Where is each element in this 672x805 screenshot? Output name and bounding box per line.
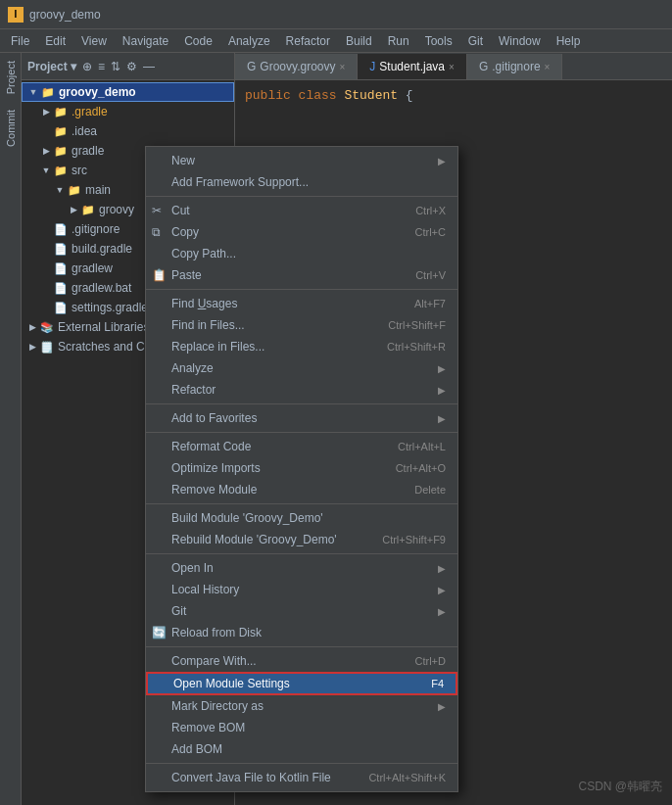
ctx-arrow-new: ▶ — [438, 156, 446, 166]
ctx-label-rebuild-module: Rebuild Module 'Groovy_Demo' — [171, 533, 362, 546]
reload-icon: 🔄 — [152, 626, 167, 639]
ctx-item-open-module-settings[interactable]: Open Module Settings F4 — [146, 672, 457, 695]
folder-icon-gradle: 📁 — [53, 105, 69, 118]
file-icon-gitignore: 📄 — [53, 222, 69, 236]
ctx-item-find-in-files[interactable]: Find in Files... Ctrl+Shift+F — [146, 314, 457, 336]
ctx-item-rebuild-module[interactable]: Rebuild Module 'Groovy_Demo' Ctrl+Shift+… — [146, 529, 457, 550]
panel-icon-list[interactable]: ≡ — [98, 60, 105, 73]
ctx-arrow-git: ▶ — [438, 606, 446, 617]
ctx-item-convert-java[interactable]: Convert Java File to Kotlin File Ctrl+Al… — [146, 767, 457, 788]
tree-arrow-groovy: ▶ — [67, 203, 80, 216]
ctx-arrow-mark-directory: ▶ — [438, 701, 446, 712]
tab-icon-gitignore: G — [479, 60, 488, 73]
ctx-label-mark-directory: Mark Directory as — [171, 699, 438, 713]
tree-label-ext-libs: External Libraries — [58, 320, 149, 334]
sidebar-label-project[interactable]: Project — [2, 53, 20, 102]
panel-icon-gear[interactable]: ⚙ — [126, 60, 137, 73]
ctx-item-add-favorites[interactable]: Add to Favorites ▶ — [146, 407, 457, 429]
menu-item-edit[interactable]: Edit — [38, 32, 72, 50]
ctx-shortcut-find-in-files: Ctrl+Shift+F — [388, 319, 446, 331]
ctx-item-remove-bom[interactable]: Remove BOM — [146, 717, 457, 738]
tree-arrow-build-gradle — [39, 242, 53, 256]
ctx-sep-5 — [146, 503, 457, 504]
menu-item-git[interactable]: Git — [461, 32, 490, 50]
ctx-item-copy-path[interactable]: Copy Path... — [146, 243, 457, 264]
app-icon: I — [8, 7, 24, 23]
menu-item-build[interactable]: Build — [339, 32, 379, 50]
tree-item-root[interactable]: ▼ 📁 groovy_demo — [22, 82, 234, 102]
menu-item-view[interactable]: View — [74, 32, 114, 50]
ctx-item-find-usages[interactable]: Find Usages Alt+F7 — [146, 293, 457, 314]
tree-arrow-main: ▼ — [53, 183, 67, 197]
panel-icon-add[interactable]: ⊕ — [82, 60, 92, 73]
ctx-shortcut-rebuild-module: Ctrl+Shift+F9 — [382, 534, 446, 545]
ctx-sep-3 — [146, 403, 457, 404]
editor-tabs: G Groovy.groovy × J Student.java × G .gi… — [235, 53, 672, 80]
ctx-item-refactor[interactable]: Refactor ▶ — [146, 379, 457, 401]
panel-header: Project ▾ ⊕ ≡ ⇅ ⚙ — — [22, 53, 234, 80]
window-title: groovy_demo — [29, 8, 101, 22]
ctx-label-cut: Cut — [171, 204, 396, 217]
tab-close-groovy[interactable]: × — [339, 62, 345, 72]
panel-icon-minus[interactable]: — — [143, 60, 155, 73]
ctx-label-refactor: Refactor — [171, 383, 438, 397]
ctx-item-build-module[interactable]: Build Module 'Groovy_Demo' — [146, 507, 457, 529]
ctx-item-mark-directory[interactable]: Mark Directory as ▶ — [146, 695, 457, 717]
menu-item-window[interactable]: Window — [492, 32, 548, 50]
ctx-item-cut[interactable]: ✂ Cut Ctrl+X — [146, 200, 457, 221]
menu-item-tools[interactable]: Tools — [418, 32, 459, 50]
tab-groovy[interactable]: G Groovy.groovy × — [235, 54, 358, 79]
ctx-item-compare-with[interactable]: Compare With... Ctrl+D — [146, 650, 457, 672]
ctx-sep-1 — [146, 196, 457, 197]
ctx-item-add-framework[interactable]: Add Framework Support... — [146, 171, 457, 193]
ctx-item-analyze[interactable]: Analyze ▶ — [146, 357, 457, 379]
menu-item-run[interactable]: Run — [381, 32, 416, 50]
ctx-item-paste[interactable]: 📋 Paste Ctrl+V — [146, 264, 457, 286]
ctx-item-optimize-imports[interactable]: Optimize Imports Ctrl+Alt+O — [146, 457, 457, 479]
ctx-item-new[interactable]: New ▶ — [146, 150, 457, 171]
tab-gitignore[interactable]: G .gitignore × — [467, 54, 563, 79]
tree-label-gradle: .gradle — [72, 105, 108, 118]
tab-close-student[interactable]: × — [449, 62, 455, 72]
tab-close-gitignore[interactable]: × — [545, 62, 551, 72]
menu-item-file[interactable]: File — [4, 32, 36, 50]
title-bar: I groovy_demo — [0, 0, 672, 29]
ctx-label-optimize-imports: Optimize Imports — [171, 461, 376, 475]
menu-item-analyze[interactable]: Analyze — [221, 32, 277, 50]
ctx-item-local-history[interactable]: Local History ▶ — [146, 579, 457, 600]
lib-icon-ext-libs: 📚 — [39, 320, 55, 334]
menu-item-refactor[interactable]: Refactor — [279, 32, 337, 50]
file-icon-build-gradle: 📄 — [53, 242, 69, 256]
ctx-shortcut-compare-with: Ctrl+D — [415, 655, 446, 667]
ctx-shortcut-convert-java: Ctrl+Alt+Shift+K — [368, 772, 446, 783]
ctx-item-reload-from-disk[interactable]: 🔄 Reload from Disk — [146, 622, 457, 643]
ctx-shortcut-replace-in-files: Ctrl+Shift+R — [387, 341, 446, 353]
ctx-item-add-bom[interactable]: Add BOM — [146, 738, 457, 760]
menu-item-code[interactable]: Code — [177, 32, 219, 50]
ctx-label-find-usages: Find Usages — [171, 297, 395, 310]
tree-label-idea: .idea — [72, 124, 97, 138]
ctx-sep-8 — [146, 763, 457, 764]
menu-item-navigate[interactable]: Navigate — [116, 32, 175, 50]
tab-student[interactable]: J Student.java × — [358, 54, 467, 79]
ctx-item-open-in[interactable]: Open In ▶ — [146, 557, 457, 579]
tree-label-groovy: groovy — [99, 203, 134, 216]
ctx-item-remove-module[interactable]: Remove Module Delete — [146, 479, 457, 500]
paste-icon: 📋 — [152, 268, 167, 282]
ctx-item-git[interactable]: Git ▶ — [146, 600, 457, 622]
tree-item-idea[interactable]: 📁 .idea — [22, 121, 234, 141]
folder-icon-idea: 📁 — [53, 124, 69, 138]
file-icon-gradlew: 📄 — [53, 261, 69, 275]
ctx-item-reformat[interactable]: Reformat Code Ctrl+Alt+L — [146, 436, 457, 457]
ctx-item-copy[interactable]: ⧉ Copy Ctrl+C — [146, 221, 457, 243]
tree-item-gradle[interactable]: ▶ 📁 .gradle — [22, 102, 234, 121]
ctx-arrow-local-history: ▶ — [438, 585, 446, 595]
panel-icon-sort[interactable]: ⇅ — [111, 60, 120, 73]
ctx-label-local-history: Local History — [171, 583, 438, 596]
menu-item-help[interactable]: Help — [550, 32, 588, 50]
ctx-shortcut-cut: Ctrl+X — [415, 205, 446, 216]
sidebar-label-commit[interactable]: Commit — [2, 102, 20, 155]
ctx-item-replace-in-files[interactable]: Replace in Files... Ctrl+Shift+R — [146, 336, 457, 357]
tab-label-student: Student.java — [379, 60, 445, 73]
ctx-label-copy-path: Copy Path... — [171, 247, 446, 260]
